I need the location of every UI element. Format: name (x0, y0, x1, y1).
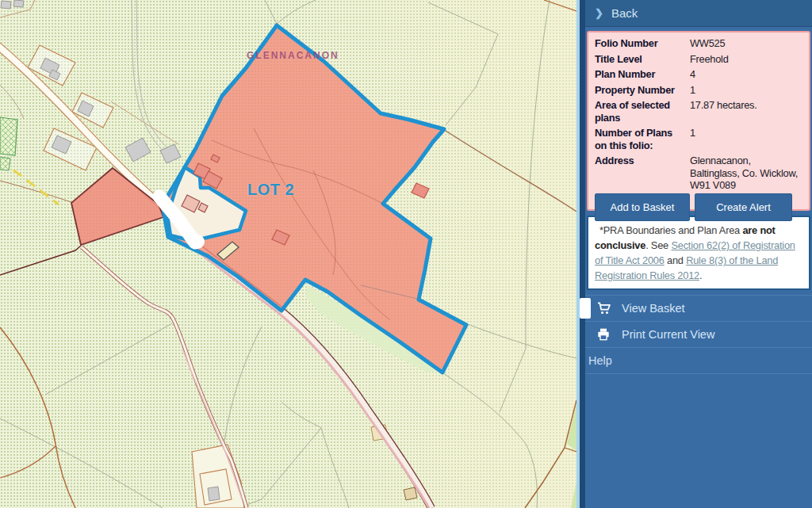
plan-count-label: Number of Plans on this folio: (595, 127, 690, 151)
area-value: 17.87 hectares. (690, 99, 802, 124)
help-button[interactable]: Help (585, 347, 812, 374)
view-basket-label: View Basket (622, 302, 685, 315)
print-current-view-label: Print Current View (622, 328, 714, 341)
disclaimer-see-text: . See (645, 239, 671, 251)
create-alert-button[interactable]: Create Alert (695, 193, 792, 221)
lot-label: LOT 2 (247, 181, 294, 199)
sidebar-menu: View Basket Print Current View Help (585, 295, 812, 374)
active-item-indicator (580, 298, 591, 319)
map-viewport[interactable]: GLENNACANON LOT 2 (0, 0, 580, 508)
printer-icon (597, 328, 613, 341)
view-basket-button[interactable]: View Basket (585, 295, 812, 321)
help-label: Help (588, 354, 612, 367)
cart-icon (597, 302, 613, 315)
land-registry-map-app: GLENNACANON LOT 2 ❯ Back Folio Number WW… (0, 0, 812, 508)
property-number-value: 1 (690, 84, 802, 97)
address-value: Glennacanon, Baltinglass, Co. Wicklow, W… (690, 155, 802, 192)
folio-actions: Add to Basket Create Alert (595, 193, 802, 221)
title-level-value: Freehold (690, 53, 802, 66)
chevron-right-icon: ❯ (595, 7, 603, 19)
sidebar: ❯ Back Folio Number WW525 Title Level Fr… (580, 0, 812, 508)
disclaimer-box: *PRA Boundaries and Plan Area are not co… (587, 216, 810, 290)
folio-details-panel: Folio Number WW525 Title Level Freehold … (587, 31, 810, 211)
map-canvas (0, 0, 576, 508)
plan-number-label: Plan Number (595, 68, 690, 81)
plan-count-value: 1 (690, 127, 802, 151)
disclaimer-period: . (699, 269, 702, 281)
property-number-label: Property Number (595, 84, 690, 97)
folio-number-label: Folio Number (595, 37, 690, 50)
back-button[interactable]: ❯ Back (585, 0, 812, 27)
print-current-view-button[interactable]: Print Current View (585, 321, 812, 347)
title-level-label: Title Level (595, 53, 690, 66)
plan-number-value: 4 (690, 68, 802, 81)
folio-details-rows: Folio Number WW525 Title Level Freehold … (595, 37, 802, 192)
back-label: Back (611, 6, 638, 20)
add-to-basket-button[interactable]: Add to Basket (595, 193, 690, 221)
disclaimer-and-text: and (665, 254, 686, 266)
disclaimer-text: *PRA Boundaries and Plan Area (599, 224, 742, 236)
townland-label: GLENNACANON (247, 50, 339, 61)
address-label: Address (595, 155, 690, 192)
folio-number-value: WW525 (690, 37, 802, 50)
area-label: Area of selected plans (595, 99, 690, 124)
